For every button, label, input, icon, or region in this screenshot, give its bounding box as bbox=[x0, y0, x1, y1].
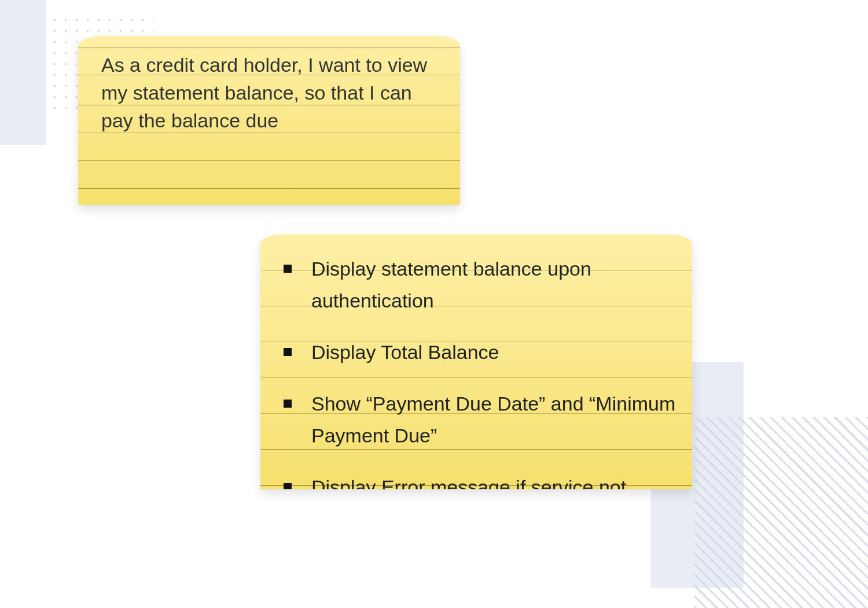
decorative-square-top-left bbox=[0, 0, 46, 145]
list-item: Display statement balance upon authentic… bbox=[279, 248, 676, 332]
square-bullet-icon bbox=[284, 483, 292, 489]
square-bullet-icon bbox=[284, 400, 292, 408]
list-item-label: Display Error message if service not res… bbox=[311, 471, 676, 489]
square-bullet-icon bbox=[284, 265, 292, 273]
list-item: Display Error message if service not res… bbox=[279, 467, 676, 489]
list-item-label: Show “Payment Due Date” and “Minimum Pay… bbox=[311, 388, 676, 452]
list-item-label: Display Total Balance bbox=[311, 336, 676, 368]
square-bullet-icon bbox=[284, 348, 292, 356]
acceptance-criteria-card: Display statement balance upon authentic… bbox=[260, 235, 692, 489]
list-item: Display Total Balance bbox=[279, 332, 676, 383]
user-story-text: As a credit card holder, I want to view … bbox=[101, 51, 438, 134]
list-item: Show “Payment Due Date” and “Minimum Pay… bbox=[279, 383, 676, 467]
list-item-label: Display statement balance upon authentic… bbox=[311, 253, 676, 317]
decorative-hatch-pattern bbox=[694, 417, 868, 608]
user-story-card: As a credit card holder, I want to view … bbox=[78, 36, 460, 205]
acceptance-criteria-list: Display statement balance upon authentic… bbox=[279, 248, 676, 489]
